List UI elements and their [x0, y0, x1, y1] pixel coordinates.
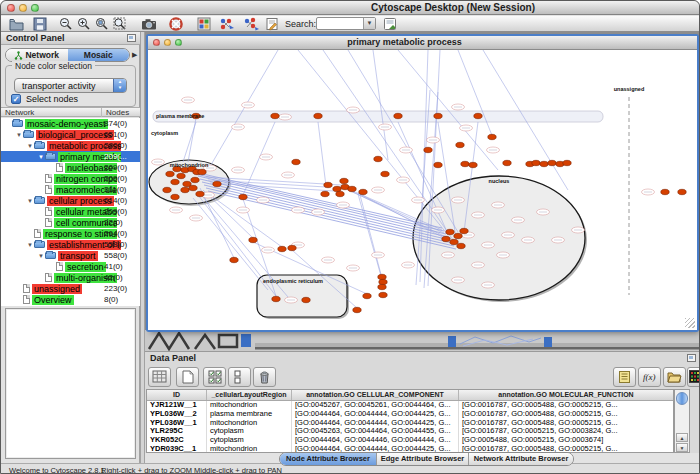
tree-row-metabolic-process[interactable]: ▼metabolic process280(0)	[1, 140, 140, 151]
table-cell[interactable]: cytoplasm	[207, 427, 292, 436]
expand-triangle-icon[interactable]: ▼	[26, 242, 34, 248]
table-row-yjr121w-1[interactable]: YJR121W__1mitochondrion[GO:0045267, GO:0…	[147, 401, 673, 410]
dropdown-stepper-icon[interactable]: ▲▼	[113, 79, 126, 92]
zoom-fit-icon[interactable]	[113, 17, 129, 31]
float-panel-icon[interactable]	[127, 34, 136, 42]
background-window-strip[interactable]	[145, 330, 700, 351]
tree-row-cellular-metabo[interactable]: cellular metabo209(0)	[1, 206, 140, 217]
graph-node[interactable]	[474, 113, 482, 118]
graph-edge[interactable]	[458, 50, 493, 138]
select-all-attributes-icon[interactable]	[203, 367, 226, 387]
graph-node[interactable]	[198, 169, 206, 174]
graph-node[interactable]	[239, 194, 247, 199]
scroll-down-icon[interactable]: ▼	[676, 443, 688, 452]
zoom-out-icon[interactable]	[59, 17, 75, 31]
graph-node[interactable]	[457, 243, 465, 248]
search-dropdown-arrow-icon[interactable]: ▼	[363, 18, 375, 29]
tree-row-cellular-process[interactable]: ▼cellular process614(0)	[1, 195, 140, 206]
graph-node[interactable]	[333, 186, 341, 191]
table-cell[interactable]: YKR052C	[147, 436, 207, 445]
tree-row-unassigned[interactable]: unassigned223(0)	[1, 283, 140, 294]
column-header-annotation-go-cellular-component[interactable]: annotation.GO CELLULAR_COMPONENT	[292, 390, 459, 400]
graph-node[interactable]	[446, 229, 454, 234]
graph-node[interactable]	[374, 156, 382, 161]
vizmapper-icon[interactable]	[197, 17, 213, 31]
graph-node[interactable]	[540, 161, 548, 166]
graph-node[interactable]	[363, 293, 371, 298]
graph-node[interactable]	[271, 113, 279, 118]
table-cell[interactable]: YPL036W__2	[147, 410, 207, 419]
expand-triangle-icon[interactable]: ▼	[26, 198, 34, 204]
tab-node-attribute-browser[interactable]: Node Attribute Browser	[280, 453, 377, 465]
help-lifesaver-icon[interactable]	[169, 17, 185, 31]
expand-triangle-icon[interactable]: ▼	[26, 143, 34, 149]
graph-node[interactable]	[661, 189, 669, 194]
graph-node[interactable]	[292, 159, 300, 164]
table-cell[interactable]: [GO:0044464, GO:0044444, GO:0044425, G..…	[292, 419, 459, 428]
save-session-icon[interactable]	[33, 17, 49, 31]
column-header-id[interactable]: ID	[147, 390, 207, 400]
tree-row-nucleobase[interactable]: nucleobase-209(0)	[1, 162, 140, 173]
graph-node[interactable]	[302, 297, 310, 302]
annotation-icon[interactable]	[265, 17, 281, 31]
select-nodes-checkbox[interactable]: ✓	[11, 94, 21, 104]
search-input[interactable]: ▼	[316, 17, 376, 30]
table-scrollbar[interactable]: ▲ ▼	[674, 389, 690, 453]
expand-triangle-icon[interactable]: ▼	[37, 154, 45, 160]
color-mapper-icon[interactable]	[687, 367, 700, 387]
table-cell[interactable]: mitochondrion	[207, 419, 292, 428]
zoom-selected-region-icon[interactable]	[95, 17, 111, 31]
network-view-titlebar[interactable]: primary metabolic process	[148, 36, 697, 50]
graph-edge[interactable]	[183, 122, 196, 162]
tree-row-secretion[interactable]: secretion41(0)	[1, 261, 140, 272]
tab-network[interactable]: Network	[6, 49, 68, 61]
table-cell[interactable]: [GO:0045267, GO:0045261, GO:0044464, G..…	[292, 401, 459, 410]
graph-node[interactable]	[348, 186, 356, 191]
graph-node[interactable]	[461, 161, 469, 166]
table-header-row[interactable]: ID_cellularLayoutRegionannotation.GO CEL…	[147, 390, 673, 401]
tree-row-multi-organism-pro[interactable]: multi-organism pro42(0)	[1, 272, 140, 283]
table-cell[interactable]: cytoplasm	[207, 436, 292, 445]
network-view-window[interactable]: primary metabolic process plasma membran…	[148, 36, 697, 330]
table-cell[interactable]: [GO:0044464, GO:0044444, GO:0044425, G..…	[292, 410, 459, 419]
birds-eye-view[interactable]	[5, 308, 136, 459]
graph-node[interactable]	[434, 113, 442, 118]
import-attributes-icon[interactable]	[663, 367, 686, 387]
scrollbar-thumb[interactable]	[676, 392, 688, 405]
search-options-icon[interactable]	[383, 17, 399, 31]
zoom-window-button[interactable]	[31, 4, 39, 12]
table-cell[interactable]: [GO:0044464, GO:0044446, GO:0044444, G..…	[292, 436, 459, 445]
graph-node[interactable]	[434, 162, 442, 167]
graph-node[interactable]	[272, 296, 280, 301]
graph-node[interactable]	[359, 189, 367, 194]
expand-triangle-icon[interactable]: ▼	[15, 132, 23, 138]
graph-node[interactable]	[381, 171, 389, 176]
table-cell[interactable]: YJR121W__1	[147, 401, 207, 410]
attribute-table[interactable]: ID_cellularLayoutRegionannotation.GO CEL…	[146, 389, 674, 453]
graph-node[interactable]	[336, 191, 344, 196]
graph-node[interactable]	[353, 307, 361, 312]
graph-node[interactable]	[166, 171, 174, 176]
tree-row-primary-metabo[interactable]: ▼primary metabo209(...	[1, 151, 140, 162]
graph-node[interactable]	[442, 236, 450, 241]
graph-node[interactable]	[163, 187, 171, 192]
table-row-ypl036w-1[interactable]: YPL036W__1mitochondrion[GO:0044464, GO:0…	[147, 419, 673, 428]
table-row-ylr295c[interactable]: YLR295Ccytoplasm[GO:0045263, GO:0044464,…	[147, 427, 673, 436]
graph-edge[interactable]	[373, 50, 388, 160]
graph-node[interactable]	[450, 239, 458, 244]
graph-node[interactable]	[189, 185, 197, 190]
graph-node[interactable]	[548, 160, 556, 165]
attribute-editor-icon[interactable]	[613, 367, 636, 387]
graph-node[interactable]	[177, 173, 185, 178]
unselect-all-attributes-icon[interactable]	[228, 367, 251, 387]
float-panel-icon[interactable]	[687, 354, 696, 362]
graph-node[interactable]	[171, 194, 179, 199]
graph-edge[interactable]	[398, 50, 498, 170]
graph-node[interactable]	[379, 279, 387, 284]
table-cell[interactable]: plasma membrane	[207, 410, 292, 419]
tree-row-overview[interactable]: Overview8(0)	[1, 294, 140, 305]
graph-node[interactable]	[563, 160, 571, 165]
graph-node[interactable]	[394, 113, 402, 118]
graph-node[interactable]	[288, 245, 296, 250]
graph-node[interactable]	[454, 233, 462, 238]
